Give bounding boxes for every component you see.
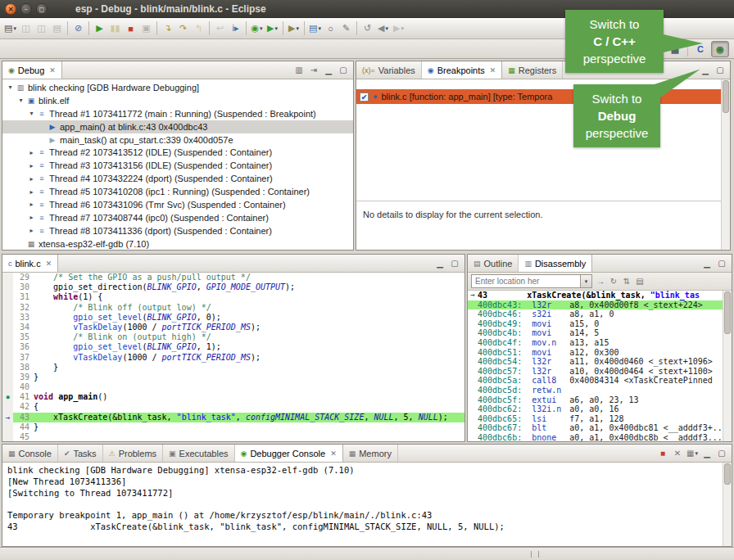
disassembly-row[interactable]: 400dbc6b: bnonea0, a1, 0x400dbc8b <__add… — [468, 433, 732, 442]
disassembly-row[interactable]: 400dbc43: l32ra8, 0x400d00f8 <_stext+224… — [468, 300, 732, 310]
instruction-stepping-button[interactable]: i▸ — [228, 20, 243, 37]
tab-variables[interactable]: (x)=Variables — [356, 61, 422, 79]
close-icon[interactable]: ✕ — [46, 260, 52, 268]
sash-gripper[interactable] — [531, 551, 539, 558]
close-icon[interactable]: ✕ — [490, 66, 496, 75]
disassembly-row[interactable]: 400dbc67: blta0, a1, 0x400dbc81 <__adddf… — [468, 423, 732, 433]
editor-line[interactable]: 45 — [2, 432, 464, 442]
tab-registers[interactable]: ▦Registers — [502, 61, 563, 79]
twisty-icon[interactable]: ▸ — [27, 227, 36, 234]
editor-body[interactable]: 29 /* Set the GPIO as a push/pull output… — [2, 273, 464, 441]
maximize-button[interactable]: ▢ — [714, 64, 727, 77]
save-button[interactable]: ◫ — [18, 20, 34, 37]
editor-line[interactable]: 40 — [2, 382, 464, 392]
tab-debug[interactable]: ◉Debug✕ — [2, 61, 62, 79]
scrollbar-thumb[interactable] — [723, 80, 729, 113]
tab-memory[interactable]: ▦Memory — [343, 445, 398, 462]
debug-tree-row[interactable]: ▾≡Thread #1 1073411772 (main : Running) … — [2, 107, 353, 120]
terminate-console-button[interactable]: ■ — [656, 447, 669, 460]
disassembly-row[interactable]: 400dbc57: l32ra10, 0x400d0464 <_stext+11… — [468, 367, 732, 377]
terminate-button[interactable]: ■ — [123, 20, 138, 37]
debug-perspective-button[interactable]: ◉ — [711, 41, 729, 57]
print-button[interactable]: ▤ — [49, 20, 65, 37]
show-source-button[interactable]: ▤ — [633, 275, 646, 288]
mark-occurrences-button[interactable]: ✎ — [338, 20, 354, 37]
tab-disassembly[interactable]: ▥Disassembly — [519, 255, 592, 272]
editor-line[interactable]: →43 xTaskCreate(&blink_task, "blink_task… — [2, 413, 464, 422]
search-button[interactable]: ○ — [323, 20, 338, 37]
debug-tree-row[interactable]: ▾▥blink checking [GDB Hardware Debugging… — [2, 81, 353, 94]
location-combo[interactable]: Enter location her ▾ — [471, 274, 592, 288]
debug-tree-row[interactable]: ▾▣blink.elf — [2, 94, 353, 107]
step-return-button[interactable]: ↰ — [191, 20, 206, 37]
maximize-button[interactable]: ▢ — [448, 257, 461, 270]
editor-line[interactable]: 34 vTaskDelay(1000 / portTICK_PERIOD_MS)… — [2, 323, 464, 332]
editor-line[interactable]: 31 while(1) { — [2, 292, 464, 302]
editor-line[interactable]: 36 gpio_set_level(BLINK_GPIO, 1); — [2, 342, 464, 352]
last-edit-location-button[interactable]: ↺ — [360, 20, 375, 37]
locate-pc-button[interactable]: → — [594, 275, 607, 288]
chevron-down-icon[interactable]: ▾ — [580, 275, 591, 287]
suspend-button[interactable]: ▮▮ — [107, 20, 123, 37]
maximize-button[interactable]: ▢ — [715, 257, 728, 270]
minimize-button[interactable]: ▁ — [700, 257, 714, 270]
save-all-button[interactable]: ◫ — [34, 20, 49, 37]
breakpoint-checkbox[interactable]: ✔ — [360, 93, 369, 102]
refresh-button[interactable]: ↻ — [607, 275, 620, 288]
new-wizard-button[interactable]: ▤▾ — [2, 20, 18, 37]
disassembly-row[interactable]: 400dbc62: l32i.na0, a0, 16 — [468, 404, 732, 414]
open-console-button[interactable]: ▦▾ — [686, 447, 699, 460]
disassembly-row[interactable]: 400dbc5f: extuia6, a0, 23, 13 — [468, 395, 732, 405]
resume-button[interactable]: ▶ — [92, 20, 107, 37]
disconnect-button[interactable]: ▣ — [138, 20, 154, 37]
twisty-icon[interactable]: ▸ — [27, 175, 36, 183]
debug-tree-row[interactable]: ▸≡Thread #2 1073413512 (IDLE) (Suspended… — [2, 146, 353, 159]
tab-problems[interactable]: ⚠Problems — [103, 445, 164, 462]
minimize-button[interactable]: ▁ — [700, 447, 714, 460]
maximize-button[interactable]: ▢ — [715, 447, 728, 460]
skip-all-breakpoints-button[interactable]: ⊘ — [70, 20, 86, 37]
debug-view-menu-button[interactable]: ▥ — [292, 64, 306, 77]
debug-tree-row[interactable]: ▶main_task() at cpu_start.c:339 0x400d05… — [2, 133, 353, 147]
disassembly-row[interactable]: 400dbc65: lsif7, a1, 128 — [468, 414, 732, 424]
disassembly-row[interactable]: 400dbc51: movia12, 0x300 — [468, 348, 732, 358]
debug-tree-row[interactable]: ▸≡Thread #6 1073431096 (Tmr Svc) (Suspen… — [2, 198, 353, 211]
scrollbar-thumb[interactable] — [724, 463, 731, 485]
disassembly-row[interactable]: →43 xTaskCreate(&blink_task, "blink_tas — [468, 291, 732, 300]
debug-tree-row[interactable]: ▸≡Thread #7 1073408744 (ipc0) (Suspended… — [2, 211, 353, 224]
tab-tasks[interactable]: ✔Tasks — [58, 445, 103, 462]
disassembly-row[interactable]: 400dbc4b: movia14, 5 — [468, 328, 732, 338]
sync-selection-button[interactable]: ⇅ — [620, 275, 633, 288]
tab-breakpoints[interactable]: ◉Breakpoints✕ — [422, 61, 503, 79]
window-close-button[interactable]: ✕ — [5, 3, 16, 15]
disassembly-row[interactable]: 400dbc4f: mov.na13, a15 — [468, 338, 732, 348]
twisty-icon[interactable]: ▸ — [27, 214, 36, 221]
disassembly-row[interactable]: 400dbc46: s32ia8, a1, 0 — [468, 309, 732, 319]
debug-tree-row[interactable]: ▸≡Thread #8 1073411336 (dport) (Suspende… — [2, 224, 353, 237]
editor-line[interactable]: 33 gpio_set_level(BLINK_GPIO, 0); — [2, 313, 464, 323]
tab-executables[interactable]: ▣Executables — [163, 445, 234, 462]
collapse-all-button[interactable]: ⇥ — [307, 64, 320, 77]
debug-tree-row[interactable]: ▶app_main() at blink.c:43 0x400dbc43 — [2, 120, 353, 133]
twisty-icon[interactable]: ▸ — [27, 162, 36, 169]
step-into-button[interactable]: ↴ — [160, 20, 175, 37]
tab-console[interactable]: ▦Console — [2, 445, 58, 462]
editor-line[interactable]: 44} — [2, 422, 464, 432]
editor-line[interactable]: 37 vTaskDelay(1000 / portTICK_PERIOD_MS)… — [2, 353, 464, 363]
twisty-icon[interactable]: ▸ — [27, 201, 36, 208]
breakpoint-row[interactable]: ✔ ● blink.c [function: app_main] [type: … — [356, 89, 730, 104]
twisty-icon[interactable]: ▸ — [27, 149, 36, 156]
scrollbar-thumb[interactable] — [724, 291, 731, 334]
remove-console-button[interactable]: ✕ — [671, 447, 684, 460]
disassembly-row[interactable]: 400dbc5a: call80x40084314 <xTaskCreatePi… — [468, 376, 732, 386]
step-over-button[interactable]: ↷ — [175, 20, 191, 37]
debug-tree-row[interactable]: ▸≡Thread #5 1073410208 (ipc1 : Running) … — [2, 185, 353, 198]
new-c-cpp-button[interactable]: ▤▾ — [307, 20, 323, 37]
editor-line[interactable]: 39} — [2, 373, 464, 382]
editor-line[interactable]: 32 /* Blink off (output low) */ — [2, 303, 464, 313]
back-button[interactable]: ◀▾ — [375, 20, 391, 37]
debug-button[interactable]: ◉▾ — [249, 20, 265, 37]
drop-to-frame-button[interactable]: ↩ — [212, 20, 228, 37]
maximize-button[interactable]: ▢ — [337, 64, 350, 77]
external-tools-button[interactable]: ▶▾ — [286, 20, 301, 37]
